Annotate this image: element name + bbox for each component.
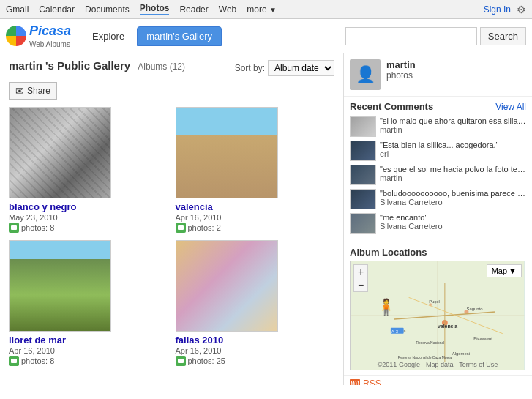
picasa-circle-icon <box>6 26 26 46</box>
comment-thumbnail <box>350 189 376 209</box>
svg-text:Algemesi: Algemesi <box>452 351 470 356</box>
comment-text: "es que el sol me hacia polvo la foto te… <box>380 165 526 174</box>
comment-text-area: "boludoooooooooo, buenisima parece un cu… <box>380 189 526 206</box>
search-input[interactable] <box>345 27 477 45</box>
zoom-in-button[interactable]: + <box>354 265 367 278</box>
envelope-icon: ✉ <box>15 85 24 97</box>
nav-reader[interactable]: Reader <box>179 4 208 15</box>
comment-thumbnail <box>350 213 376 234</box>
comment-item: "es que el sol me hacia polvo la foto te… <box>350 165 526 185</box>
tab-martins-gallery[interactable]: martin's Gallery <box>137 26 222 46</box>
comment-thumbnail <box>350 116 376 137</box>
picasa-web-albums: Web Albums <box>29 40 71 48</box>
comment-text-area: "Esta bien la sillica... acogedora." eri <box>380 141 526 158</box>
album-date: Apr 16, 2010 <box>9 346 168 355</box>
map-copyright: ©2011 Google - Map data - Terms of Use <box>378 361 498 368</box>
svg-text:A-3: A-3 <box>391 329 399 334</box>
sort-by: Sort by: Album date <box>235 60 334 76</box>
album-title[interactable]: valencia <box>176 201 335 212</box>
settings-icon[interactable]: ⚙ <box>517 4 526 15</box>
search-button[interactable]: Search <box>480 27 526 45</box>
header-tabs: Explore martin's Gallery <box>83 26 222 46</box>
more-arrow-icon: ▼ <box>269 6 277 14</box>
view-all-link[interactable]: View All <box>495 102 526 112</box>
picasa-logo-text: Picasa <box>29 23 71 38</box>
svg-text:Puçol: Puçol <box>429 299 440 304</box>
album-title[interactable]: fallas 2010 <box>176 335 335 346</box>
header-search: Search <box>345 27 526 45</box>
person-marker-icon: 🧍 <box>376 298 396 317</box>
comment-thumbnail <box>350 165 376 185</box>
nav-calendar[interactable]: Calendar <box>39 4 75 15</box>
album-date: Apr 16, 2010 <box>176 346 335 355</box>
comment-text: "si lo malo que ahora quitaron esa silla… <box>380 116 526 125</box>
user-details: martin photos <box>386 59 416 81</box>
comment-item: "Esta bien la sillica... acogedora." eri <box>350 141 526 161</box>
svg-text:Reserva Nacional de Caza Muela: Reserva Nacional de Caza Muela <box>398 356 452 359</box>
album-locations: Album Locations <box>344 242 532 375</box>
chevron-down-icon: ▼ <box>509 266 517 275</box>
user-info: 👤 martin photos <box>344 53 532 97</box>
gallery-subtitle: Albums (12) <box>138 61 185 72</box>
sort-select[interactable]: Album date <box>268 60 334 76</box>
main-content: martin 's Public Gallery Albums (12) Sor… <box>0 53 532 385</box>
svg-text:valencia: valencia <box>438 324 457 329</box>
album-meta: photos: 8 <box>9 356 168 366</box>
album-title[interactable]: lloret de mar <box>9 335 168 346</box>
nav-web[interactable]: Web <box>219 4 236 15</box>
right-panel: 👤 martin photos Recent Comments View All… <box>343 53 532 385</box>
album-item[interactable]: fallas 2010 Apr 16, 2010 photos: 25 <box>176 240 335 366</box>
user-avatar: 👤 <box>350 59 381 90</box>
recent-comments: Recent Comments View All "si lo malo que… <box>344 97 532 242</box>
album-meta: photos: 25 <box>176 356 335 366</box>
comment-text: "boludoooooooooo, buenisima parece un cu… <box>380 189 526 198</box>
album-item[interactable]: valencia Apr 16, 2010 photos: 2 <box>176 107 335 233</box>
album-date: Apr 16, 2010 <box>176 213 335 222</box>
album-title[interactable]: blanco y negro <box>9 201 168 212</box>
album-thumbnail <box>9 240 111 332</box>
zoom-out-button[interactable]: − <box>354 278 367 291</box>
share-button[interactable]: ✉ Share <box>9 82 57 100</box>
recent-comments-title: Recent Comments <box>350 101 433 112</box>
tab-explore[interactable]: Explore <box>83 26 134 46</box>
album-item[interactable]: lloret de mar Apr 16, 2010 photos: 8 <box>9 240 168 366</box>
svg-text:Reserva Nacional: Reserva Nacional <box>416 341 444 345</box>
user-name: martin <box>386 59 416 70</box>
map-container[interactable]: Sagunto Puçol valencia Paterna Picassent… <box>350 261 525 370</box>
comment-text: "me encanto" <box>380 213 526 222</box>
album-meta: photos: 2 <box>176 223 335 233</box>
rss-bar[interactable]: )))) RSS <box>344 375 532 385</box>
comment-text-area: "me encanto" Silvana Carretero <box>380 213 526 231</box>
comment-text-area: "si lo malo que ahora quitaron esa silla… <box>380 116 526 134</box>
nav-more[interactable]: more ▼ <box>247 4 277 15</box>
comment-item: "me encanto" Silvana Carretero <box>350 213 526 234</box>
photo-icon <box>176 356 186 366</box>
recent-comments-header: Recent Comments View All <box>350 101 526 112</box>
album-item[interactable]: blanco y negro May 23, 2010 photos: 8 <box>9 107 168 233</box>
comment-thumbnail <box>350 141 376 161</box>
nav-documents[interactable]: Documents <box>85 4 130 15</box>
comment-item: "boludoooooooooo, buenisima parece un cu… <box>350 189 526 209</box>
picasa-brand: Picasa Web Albums <box>29 23 71 48</box>
photo-icon <box>176 223 186 233</box>
picasa-header: Picasa Web Albums Explore martin's Galle… <box>0 19 532 53</box>
album-date: May 23, 2010 <box>9 213 168 222</box>
nav-gmail[interactable]: Gmail <box>6 4 29 15</box>
gallery-title: martin 's Public Gallery Albums (12) <box>9 59 185 72</box>
map-zoom-controls: + − <box>353 264 368 292</box>
comment-text-area: "es que el sol me hacia polvo la foto te… <box>380 165 526 182</box>
nav-photos[interactable]: Photos <box>140 3 170 15</box>
top-navigation: Gmail Calendar Documents Photos Reader W… <box>0 0 532 19</box>
map-type-button[interactable]: Map ▼ <box>487 264 522 277</box>
comment-author: Silvana Carretero <box>380 222 526 231</box>
photo-icon <box>9 223 19 233</box>
sort-bar: martin 's Public Gallery Albums (12) Sor… <box>9 59 334 76</box>
comment-text: "Esta bien la sillica... acogedora." <box>380 141 526 149</box>
comment-author: Silvana Carretero <box>380 198 526 206</box>
album-thumbnail <box>9 107 111 198</box>
comment-author: martin <box>380 125 526 134</box>
sign-in-link[interactable]: Sign In <box>484 4 511 15</box>
album-meta: photos: 8 <box>9 223 168 233</box>
top-nav-right: Sign In ⚙ <box>484 4 526 15</box>
left-panel: martin 's Public Gallery Albums (12) Sor… <box>0 53 343 385</box>
